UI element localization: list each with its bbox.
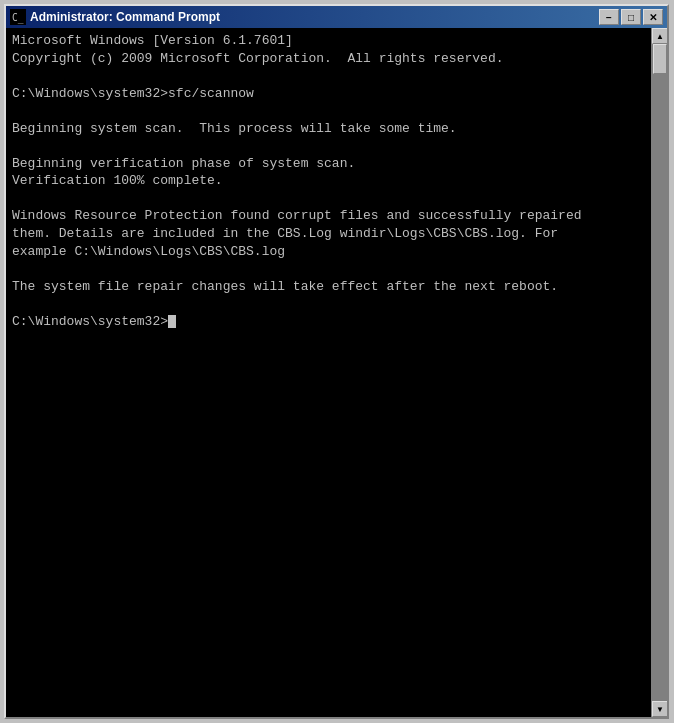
minimize-button[interactable]: − [599,9,619,25]
close-button[interactable]: ✕ [643,9,663,25]
titlebar-buttons: − □ ✕ [599,9,663,25]
svg-text:C_: C_ [12,12,24,24]
maximize-button[interactable]: □ [621,9,641,25]
titlebar-left: C_ Administrator: Command Prompt [10,9,220,25]
console-content[interactable]: Microsoft Windows [Version 6.1.7601] Cop… [6,28,651,717]
cmd-icon: C_ [10,9,26,25]
console-output: Microsoft Windows [Version 6.1.7601] Cop… [12,32,645,330]
scrollbar-track[interactable] [652,44,667,701]
scroll-down-button[interactable]: ▼ [652,701,667,717]
vertical-scrollbar[interactable]: ▲ ▼ [651,28,667,717]
cursor-blink [168,315,176,328]
command-prompt-window: C_ Administrator: Command Prompt − □ ✕ M… [4,4,669,719]
scroll-up-button[interactable]: ▲ [652,28,667,44]
console-area: Microsoft Windows [Version 6.1.7601] Cop… [6,28,667,717]
titlebar: C_ Administrator: Command Prompt − □ ✕ [6,6,667,28]
window-title: Administrator: Command Prompt [30,10,220,24]
scrollbar-thumb[interactable] [653,44,667,74]
